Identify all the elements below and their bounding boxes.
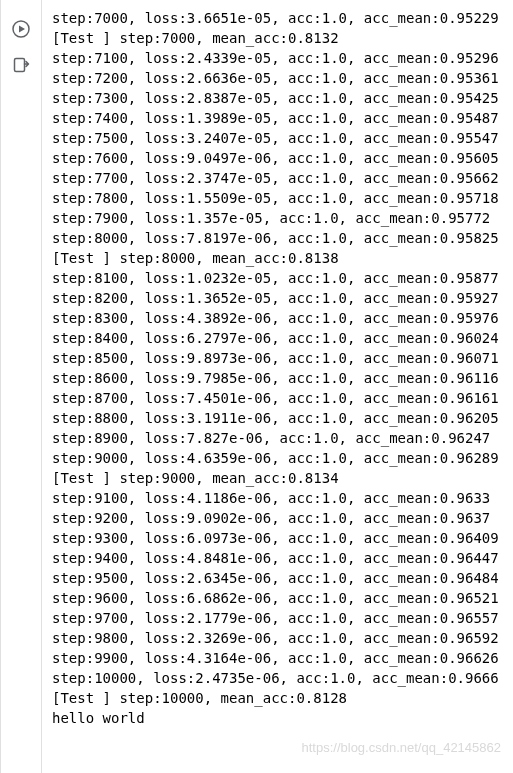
output-line: step:8500, loss:9.8973e-06, acc:1.0, acc… [52, 348, 513, 368]
output-line: step:9900, loss:4.3164e-06, acc:1.0, acc… [52, 648, 513, 668]
cell-gutter [1, 0, 42, 773]
output-line: [Test ] step:7000, mean_acc:0.8132 [52, 28, 513, 48]
output-line: step:7600, loss:9.0497e-06, acc:1.0, acc… [52, 148, 513, 168]
output-line: step:7400, loss:1.3989e-05, acc:1.0, acc… [52, 108, 513, 128]
output-icon[interactable] [12, 56, 30, 74]
cell-output: step:7000, loss:3.6651e-05, acc:1.0, acc… [42, 0, 513, 773]
output-line: step:7700, loss:2.3747e-05, acc:1.0, acc… [52, 168, 513, 188]
output-line: step:9600, loss:6.6862e-06, acc:1.0, acc… [52, 588, 513, 608]
output-line: step:10000, loss:2.4735e-06, acc:1.0, ac… [52, 668, 513, 688]
output-line: hello world [52, 708, 513, 728]
notebook-cell: step:7000, loss:3.6651e-05, acc:1.0, acc… [0, 0, 513, 773]
output-line: step:9300, loss:6.0973e-06, acc:1.0, acc… [52, 528, 513, 548]
output-line: step:7500, loss:3.2407e-05, acc:1.0, acc… [52, 128, 513, 148]
output-line: step:7200, loss:2.6636e-05, acc:1.0, acc… [52, 68, 513, 88]
output-line: step:7100, loss:2.4339e-05, acc:1.0, acc… [52, 48, 513, 68]
output-line: step:7900, loss:1.357e-05, acc:1.0, acc_… [52, 208, 513, 228]
output-line: step:7000, loss:3.6651e-05, acc:1.0, acc… [52, 8, 513, 28]
output-line: step:8400, loss:6.2797e-06, acc:1.0, acc… [52, 328, 513, 348]
output-line: step:8100, loss:1.0232e-05, acc:1.0, acc… [52, 268, 513, 288]
output-line: step:9500, loss:2.6345e-06, acc:1.0, acc… [52, 568, 513, 588]
run-icon[interactable] [12, 20, 30, 38]
output-line: step:9700, loss:2.1779e-06, acc:1.0, acc… [52, 608, 513, 628]
output-line: [Test ] step:9000, mean_acc:0.8134 [52, 468, 513, 488]
output-line: step:9100, loss:4.1186e-06, acc:1.0, acc… [52, 488, 513, 508]
output-line: step:8300, loss:4.3892e-06, acc:1.0, acc… [52, 308, 513, 328]
output-line: [Test ] step:8000, mean_acc:0.8138 [52, 248, 513, 268]
output-line: step:9800, loss:2.3269e-06, acc:1.0, acc… [52, 628, 513, 648]
output-line: step:7800, loss:1.5509e-05, acc:1.0, acc… [52, 188, 513, 208]
output-line: [Test ] step:10000, mean_acc:0.8128 [52, 688, 513, 708]
output-line: step:8900, loss:7.827e-06, acc:1.0, acc_… [52, 428, 513, 448]
output-line: step:8000, loss:7.8197e-06, acc:1.0, acc… [52, 228, 513, 248]
output-line: step:8700, loss:7.4501e-06, acc:1.0, acc… [52, 388, 513, 408]
output-line: step:9000, loss:4.6359e-06, acc:1.0, acc… [52, 448, 513, 468]
svg-rect-2 [15, 59, 25, 72]
output-line: step:9200, loss:9.0902e-06, acc:1.0, acc… [52, 508, 513, 528]
output-line: step:8800, loss:3.1911e-06, acc:1.0, acc… [52, 408, 513, 428]
output-line: step:8200, loss:1.3652e-05, acc:1.0, acc… [52, 288, 513, 308]
svg-marker-1 [19, 26, 25, 33]
output-line: step:7300, loss:2.8387e-05, acc:1.0, acc… [52, 88, 513, 108]
output-line: step:9400, loss:4.8481e-06, acc:1.0, acc… [52, 548, 513, 568]
output-line: step:8600, loss:9.7985e-06, acc:1.0, acc… [52, 368, 513, 388]
